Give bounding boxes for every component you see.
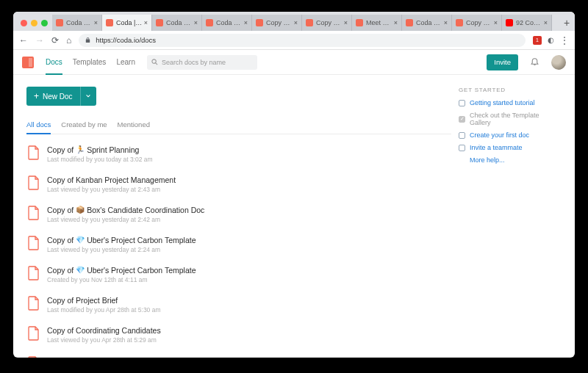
sidebar-item[interactable]: Getting started tutorial bbox=[459, 99, 562, 106]
close-tab-icon[interactable]: × bbox=[494, 19, 498, 26]
close-tab-icon[interactable]: × bbox=[244, 19, 248, 26]
browser-tab[interactable]: Copy of Ka× bbox=[302, 15, 352, 31]
filter-tab[interactable]: Mentioned bbox=[118, 116, 150, 134]
tab-title: Coda Temp bbox=[66, 19, 93, 26]
tab-title: Copy of 📦 bbox=[466, 19, 492, 26]
new-tab-button[interactable]: + bbox=[559, 15, 575, 31]
search-icon bbox=[151, 59, 158, 65]
browser-tab[interactable]: 92 Coda R× bbox=[502, 15, 552, 31]
new-doc-button[interactable]: + New Doc bbox=[26, 87, 80, 106]
doc-title: Welcome to Coda bbox=[47, 355, 450, 358]
doc-row[interactable]: Copy of 📦 Box's Candidate Coordination D… bbox=[26, 199, 451, 229]
minimize-window-icon[interactable] bbox=[31, 20, 37, 26]
doc-filters: All docsCreated by meMentioned bbox=[26, 116, 451, 134]
close-tab-icon[interactable]: × bbox=[194, 19, 198, 26]
tab-title: Meet Jenn bbox=[366, 19, 392, 26]
doc-row[interactable]: Copy of Kanban Project ManagementLast vi… bbox=[26, 169, 451, 199]
sidebar-item[interactable]: Create your first doc bbox=[459, 131, 562, 139]
checkbox-icon bbox=[459, 100, 465, 106]
reload-icon[interactable]: ⟳ bbox=[51, 35, 59, 46]
doc-row[interactable]: Copy of 🏃 Sprint PlanningLast modified b… bbox=[26, 139, 451, 169]
doc-meta: Last viewed by you Apr 28th at 5:29 am bbox=[47, 336, 450, 344]
doc-meta: Last viewed by you yesterday at 2:43 am bbox=[47, 186, 450, 193]
profile-icon[interactable]: ◐ bbox=[548, 36, 554, 44]
doc-row[interactable]: Copy of Coordinating CandidatesLast view… bbox=[26, 319, 451, 350]
doc-meta: Created by you Nov 12th at 4:11 am bbox=[47, 276, 450, 283]
filter-tab[interactable]: All docs bbox=[26, 116, 51, 134]
close-tab-icon[interactable]: × bbox=[94, 19, 98, 26]
doc-name: Uber's Project Carbon Template bbox=[87, 235, 196, 245]
maximize-window-icon[interactable] bbox=[41, 20, 48, 26]
back-icon[interactable]: ← bbox=[19, 35, 28, 46]
get-started-sidebar: GET STARTED Getting started tutorialChec… bbox=[451, 87, 562, 358]
favicon bbox=[506, 19, 513, 26]
doc-icon bbox=[28, 145, 40, 160]
browser-tab[interactable]: Coda Help× bbox=[202, 15, 252, 31]
svg-line-1 bbox=[156, 63, 158, 65]
browser-tab[interactable]: Coda Help× bbox=[152, 15, 202, 31]
new-doc-dropdown[interactable] bbox=[80, 87, 96, 106]
browser-tab[interactable]: Copy of 🏃× bbox=[252, 15, 302, 31]
coda-logo[interactable] bbox=[22, 57, 34, 68]
search-input[interactable]: Search docs by name bbox=[147, 55, 257, 70]
favicon bbox=[456, 19, 463, 26]
favicon bbox=[306, 19, 313, 26]
main-column: + New Doc All docsCreated by meMentioned… bbox=[26, 87, 451, 358]
browser-menu-icon[interactable]: ⋮ bbox=[560, 35, 569, 46]
home-icon[interactable]: ⌂ bbox=[66, 35, 71, 46]
browser-tabstrip: Coda Temp×Coda | Docs×Coda Help×Coda Hel… bbox=[13, 12, 575, 31]
doc-row[interactable]: Welcome to CodaLast viewed by you Mar 21… bbox=[26, 350, 451, 358]
new-doc-group: + New Doc bbox=[26, 87, 451, 106]
doc-emoji: 📦 bbox=[76, 205, 85, 215]
doc-title: Copy of 💎 Uber's Project Carbon Template bbox=[47, 265, 450, 275]
close-tab-icon[interactable]: × bbox=[144, 19, 148, 26]
omnibox[interactable]: https://coda.io/docs bbox=[79, 34, 526, 47]
tab-title: Copy of Ka bbox=[316, 19, 343, 26]
browser-tab[interactable]: Coda Temp× bbox=[52, 15, 102, 31]
doc-icon bbox=[28, 236, 40, 250]
search-placeholder: Search docs by name bbox=[162, 59, 226, 66]
browser-tab[interactable]: Meet Jenn× bbox=[352, 15, 402, 31]
more-help-link[interactable]: More help... bbox=[470, 156, 562, 164]
header-nav-item[interactable]: Templates bbox=[73, 51, 107, 74]
close-window-icon[interactable] bbox=[21, 20, 27, 26]
doc-row[interactable]: Copy of 💎 Uber's Project Carbon Template… bbox=[26, 259, 451, 289]
extension-badge[interactable]: 1 bbox=[533, 36, 542, 45]
sidebar-item-label: Create your first doc bbox=[470, 131, 529, 139]
close-tab-icon[interactable]: × bbox=[344, 19, 348, 26]
notifications-icon[interactable] bbox=[530, 57, 539, 68]
checkbox-icon bbox=[459, 145, 465, 151]
doc-title: Copy of 🏃 Sprint Planning bbox=[47, 145, 450, 155]
close-tab-icon[interactable]: × bbox=[294, 19, 298, 26]
close-tab-icon[interactable]: × bbox=[444, 19, 448, 26]
nav-icons: ← → ⟳ ⌂ bbox=[19, 35, 71, 46]
url-text: https://coda.io/docs bbox=[96, 36, 156, 44]
doc-icon bbox=[28, 296, 40, 311]
doc-title: Copy of Coordinating Candidates bbox=[47, 325, 450, 336]
sidebar-item[interactable]: Invite a teammate bbox=[459, 144, 562, 151]
doc-title: Copy of Project Brief bbox=[47, 295, 450, 305]
header-nav-item[interactable]: Learn bbox=[116, 51, 135, 74]
avatar[interactable] bbox=[551, 55, 566, 70]
tab-title: Coda Help bbox=[166, 19, 193, 26]
checkbox-icon bbox=[459, 132, 465, 139]
browser-tab[interactable]: Coda Temp× bbox=[402, 15, 452, 31]
favicon bbox=[156, 19, 163, 26]
header-nav-item[interactable]: Docs bbox=[46, 51, 62, 75]
filter-tab[interactable]: Created by me bbox=[61, 116, 107, 134]
close-tab-icon[interactable]: × bbox=[394, 19, 398, 26]
favicon bbox=[106, 19, 113, 26]
window-controls[interactable] bbox=[18, 20, 52, 31]
browser-tab[interactable]: Coda | Docs× bbox=[102, 15, 152, 31]
header-nav: DocsTemplatesLearn bbox=[46, 51, 135, 74]
invite-button[interactable]: Invite bbox=[487, 54, 518, 70]
browser-tab[interactable]: Copy of 📦× bbox=[452, 15, 502, 31]
sidebar-item[interactable]: Check out the Template Gallery bbox=[459, 112, 562, 126]
doc-emoji: 💎 bbox=[76, 235, 85, 245]
doc-meta: Last modified by you Apr 28th at 5:30 am bbox=[47, 306, 450, 314]
doc-meta: Last modified by you today at 3:02 am bbox=[47, 156, 450, 163]
close-tab-icon[interactable]: × bbox=[544, 19, 548, 26]
forward-icon[interactable]: → bbox=[35, 35, 44, 46]
doc-row[interactable]: Copy of Project BriefLast modified by yo… bbox=[26, 289, 451, 319]
doc-row[interactable]: Copy of 💎 Uber's Project Carbon Template… bbox=[26, 229, 451, 259]
